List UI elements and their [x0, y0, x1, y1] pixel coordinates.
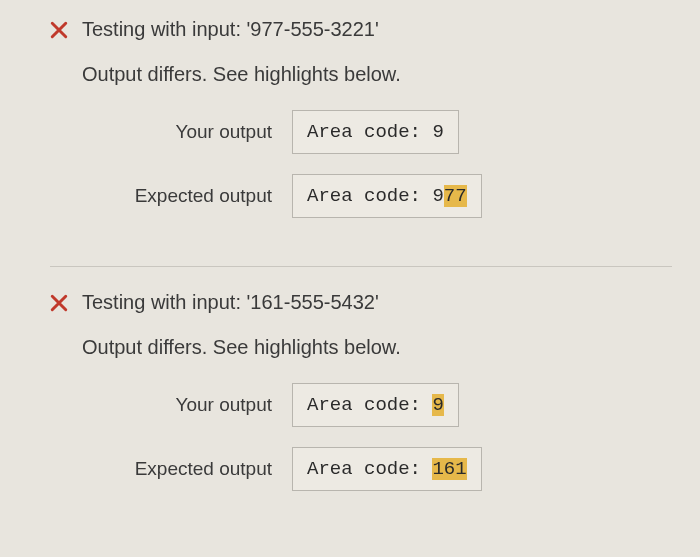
output-text: Area code: — [307, 394, 432, 416]
test-subtext: Output differs. See highlights below. — [82, 63, 672, 86]
your-output-label: Your output — [82, 121, 292, 143]
your-output-value: Area code: 9 — [292, 110, 459, 154]
output-highlight: 77 — [444, 185, 467, 207]
fail-x-icon — [50, 294, 68, 312]
test-header-text: Testing with input: '977-555-3221' — [82, 18, 379, 41]
expected-output-value: Area code: 161 — [292, 447, 482, 491]
test-divider — [50, 266, 672, 267]
fail-x-icon — [50, 21, 68, 39]
output-text: Area code: — [307, 458, 432, 480]
output-text: Area code: 9 — [307, 185, 444, 207]
test-subtext: Output differs. See highlights below. — [82, 336, 672, 359]
your-output-row: Your output Area code: 9 — [82, 110, 672, 154]
test-results-container: Testing with input: '977-555-3221' Outpu… — [0, 0, 700, 557]
your-output-label: Your output — [82, 394, 292, 416]
expected-output-row: Expected output Area code: 161 — [82, 447, 672, 491]
expected-output-label: Expected output — [82, 185, 292, 207]
expected-output-label: Expected output — [82, 458, 292, 480]
expected-output-row: Expected output Area code: 977 — [82, 174, 672, 218]
your-output-value: Area code: 9 — [292, 383, 459, 427]
test-header-row: Testing with input: '161-555-5432' — [50, 291, 672, 314]
output-highlight: 161 — [432, 458, 466, 480]
test-case: Testing with input: '977-555-3221' Outpu… — [50, 18, 672, 266]
output-highlight: 9 — [432, 394, 443, 416]
expected-output-value: Area code: 977 — [292, 174, 482, 218]
test-case: Testing with input: '161-555-5432' Outpu… — [50, 291, 672, 539]
your-output-row: Your output Area code: 9 — [82, 383, 672, 427]
output-text: Area code: 9 — [307, 121, 444, 143]
test-header-text: Testing with input: '161-555-5432' — [82, 291, 379, 314]
test-header-row: Testing with input: '977-555-3221' — [50, 18, 672, 41]
